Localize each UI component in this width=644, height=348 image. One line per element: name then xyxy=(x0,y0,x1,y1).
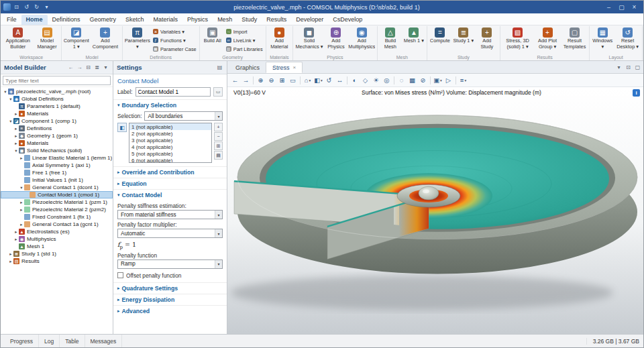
tree-node-fixed-constraint-1-fix-1[interactable]: Fixed Constraint 1 (fix 1) xyxy=(1,213,113,221)
tree-node-piezoelectric-material-1-pzm-1[interactable]: ▸Piezoelectric Material 1 (pzm 1) xyxy=(1,198,113,206)
ribbon-button-add-physics[interactable]: ⊕Add Physics xyxy=(325,27,347,50)
ribbon-button-functions[interactable]: ƒFunctions ▾ xyxy=(152,36,198,44)
penalty-stiffness-combo[interactable]: From material stiffness xyxy=(117,210,223,219)
undo-icon[interactable]: ↺ xyxy=(22,3,31,11)
ribbon-button-add-component[interactable]: +Add Component ▾ xyxy=(90,27,121,51)
ribbon-button-reset-desktop[interactable]: ↺Reset Desktop ▾ xyxy=(614,27,641,50)
active-selection-toggle-icon[interactable]: ◧ xyxy=(117,123,127,132)
model-builder-menu-icon[interactable]: ≣ xyxy=(93,64,101,72)
plot-menu-icon[interactable]: ≡▾ xyxy=(458,75,468,85)
section-header-quadrature-settings[interactable]: Quadrature Settings xyxy=(113,282,227,294)
zoom-out-icon[interactable]: ⊖ xyxy=(266,75,276,85)
tab-graphics[interactable]: Graphics xyxy=(229,62,266,73)
scene-light-icon[interactable]: ☀ xyxy=(371,75,381,85)
select-icon[interactable]: ◌ xyxy=(396,75,407,85)
tab-list-icon[interactable]: ▾ xyxy=(615,63,623,71)
add-to-selection-icon[interactable]: + xyxy=(214,123,223,131)
go-forward-icon[interactable]: → xyxy=(76,64,83,72)
transparency-icon[interactable]: ◐ xyxy=(350,75,360,85)
menu-tab-mesh[interactable]: Mesh xyxy=(213,15,237,25)
tree-expander-icon[interactable]: ▾ xyxy=(8,97,13,102)
ribbon-button-build-all[interactable]: ▣Build All xyxy=(201,27,224,45)
tab-stress[interactable]: Stress × xyxy=(266,62,303,73)
wireframe-icon[interactable]: ◇ xyxy=(360,75,370,85)
ribbon-button-component-1[interactable]: ◪Component 1 ▾ xyxy=(63,27,89,50)
ribbon-button-stress-3d-solid-1[interactable]: ▧Stress, 3D (solid) 1 ▾ xyxy=(502,27,534,50)
tree-node-general-contact-1a-gcnt-1[interactable]: ▸General Contact 1a (gcnt 1) xyxy=(1,221,113,228)
tree-node-component-1-comp-1[interactable]: ▾◪Component 1 (comp 1) xyxy=(1,117,113,125)
section-header-energy-dissipation[interactable]: Energy Dissipation xyxy=(113,294,227,305)
zoom-to-selection-icon[interactable]: ⊞ xyxy=(214,141,223,150)
status-tab-progress[interactable]: Progress xyxy=(5,335,39,347)
section-header-advanced[interactable]: Advanced xyxy=(113,305,227,316)
ribbon-button-result-templates[interactable]: ▢Result Templates xyxy=(561,27,588,50)
plot-info-icon[interactable]: i xyxy=(633,89,640,97)
maximize-panel-icon[interactable]: ▢ xyxy=(634,63,641,71)
boundary-item-3[interactable]: 3 (not applicable) xyxy=(129,137,211,143)
collapse-all-icon[interactable]: ⊟ xyxy=(85,64,92,72)
tree-expander-icon[interactable]: ▾ xyxy=(3,89,8,95)
tree-node-definitions[interactable]: ▸≡Definitions xyxy=(1,125,113,132)
tree-node-piezoelectric-material-2-pzm2[interactable]: ▸Piezoelectric Material 2 (pzm2) xyxy=(1,206,113,213)
ribbon-button-parameters[interactable]: πParameters ▾ xyxy=(124,27,151,50)
ribbon-button-application-builder[interactable]: AApplication Builder xyxy=(3,27,34,50)
maximize-button[interactable]: ▢ xyxy=(615,2,628,12)
close-button[interactable]: × xyxy=(628,2,641,12)
selection-combo[interactable]: All boundaries xyxy=(144,111,223,121)
environment-icon[interactable]: ◎ xyxy=(382,75,392,85)
tree-node-contact-model-1-cmod-1[interactable]: Contact Model 1 (cmod 1) xyxy=(1,191,113,198)
ribbon-button-livelink[interactable]: ∞LiveLink ▾ xyxy=(225,36,264,44)
section-header-override-and-contribution[interactable]: Override and Contribution xyxy=(113,166,227,178)
tree-expander-icon[interactable]: ▸ xyxy=(13,141,19,146)
ribbon-button-compute[interactable]: =Compute xyxy=(429,27,451,45)
tree-node-multiphysics[interactable]: ▸◉Multiphysics xyxy=(1,235,113,243)
section-header-equation[interactable]: Equation xyxy=(113,178,227,189)
tree-node-general-contact-1-dcont-1[interactable]: ▾General Contact 1 (dcont 1) xyxy=(1,184,113,191)
tree-expander-icon[interactable]: ▾ xyxy=(19,185,24,190)
player-icon[interactable]: ▷ xyxy=(443,75,453,85)
status-tab-messages[interactable]: Messages xyxy=(85,335,123,347)
tree-node-results[interactable]: ▸▧Results xyxy=(1,257,113,265)
tree-node-solid-mechanics-solid[interactable]: ▾◼Solid Mechanics (solid) xyxy=(1,147,113,154)
graphics-viewport[interactable]: V0(13)=60 V Surface: von Mises stress (N… xyxy=(227,87,643,334)
minimize-button[interactable]: – xyxy=(602,2,615,12)
tree-node-geometry-1-geom-1[interactable]: ▸◆Geometry 1 (geom 1) xyxy=(1,132,113,139)
ribbon-button-study-1[interactable]: ≣Study 1 ▾ xyxy=(452,27,475,45)
tree-expander-icon[interactable]: ▾ xyxy=(13,148,19,154)
ribbon-button-import[interactable]: →Import xyxy=(225,27,264,36)
boundary-item-1[interactable]: 1 (not applicable) xyxy=(129,123,211,130)
ribbon-button-build-mesh[interactable]: △Build Mesh xyxy=(379,27,402,50)
ribbon-button-part-libraries[interactable]: ▥Part Libraries xyxy=(225,45,264,53)
tree-node-parameters-1-default[interactable]: πParameters 1 (default) xyxy=(1,103,113,110)
ribbon-button-add-plot-group[interactable]: +Add Plot Group ▾ xyxy=(534,27,560,50)
tree-node-initial-values-1-init-1[interactable]: Initial Values 1 (init 1) xyxy=(1,176,113,184)
go-to-default-view-icon[interactable]: ⌂▾ xyxy=(303,75,313,85)
zoom-in-icon[interactable]: ⊕ xyxy=(256,75,266,85)
boundary-item-2[interactable]: 2 (not applicable) xyxy=(129,130,211,137)
tree-node-axial-symmetry-1-axi-1[interactable]: Axial Symmetry 1 (axi 1) xyxy=(1,162,113,169)
remove-from-selection-icon[interactable]: − xyxy=(214,132,223,141)
tree-expander-icon[interactable]: ▸ xyxy=(8,259,13,264)
tree-expander-icon[interactable]: ▸ xyxy=(19,222,24,227)
ribbon-button-add-study[interactable]: +Add Study xyxy=(476,27,498,50)
tree-node-materials[interactable]: ▸●Materials xyxy=(1,110,113,117)
menu-tab-home[interactable]: Home xyxy=(21,15,48,25)
ribbon-button-add-multiphysics[interactable]: ◉Add Multiphysics xyxy=(348,27,376,50)
label-input[interactable] xyxy=(136,87,211,97)
section-header-boundary-selection[interactable]: Boundary Selection xyxy=(113,99,227,111)
save-icon[interactable]: ⊡ xyxy=(12,3,21,11)
tree-expander-icon[interactable]: ▾ xyxy=(8,119,13,124)
app-logo-icon[interactable] xyxy=(3,3,11,11)
menu-tab-geometry[interactable]: Geometry xyxy=(85,15,121,25)
rotate-icon[interactable]: ↺ xyxy=(324,75,334,85)
tree-expander-icon[interactable]: ▸ xyxy=(13,133,19,139)
menu-tab-results[interactable]: Results xyxy=(262,15,291,25)
tree-filter-input[interactable] xyxy=(3,76,111,85)
menu-tab-developer[interactable]: Developer xyxy=(291,15,328,25)
tree-node-materials[interactable]: ▸●Materials xyxy=(1,139,113,147)
select-box-icon[interactable]: ▦ xyxy=(407,75,417,85)
menu-tab-csdevelop[interactable]: CsDevelop xyxy=(328,15,367,25)
tree-node-global-definitions[interactable]: ▾◉Global Definitions xyxy=(1,95,113,103)
status-tab-table[interactable]: Table xyxy=(60,335,85,347)
boundary-item-6[interactable]: 6 (not applicable) xyxy=(129,157,211,163)
